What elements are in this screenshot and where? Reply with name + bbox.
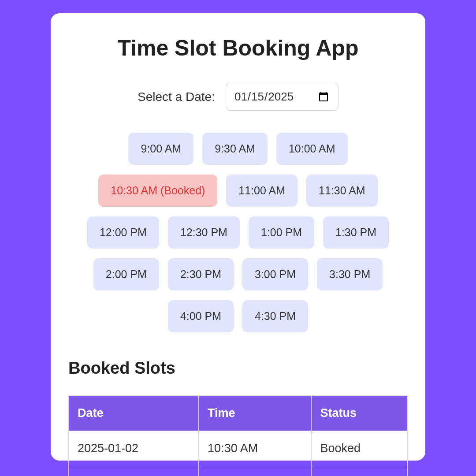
time-slot[interactable]: 12:30 PM: [168, 216, 240, 249]
col-status: Status: [311, 396, 407, 431]
page-title: Time Slot Booking App: [68, 35, 408, 61]
time-slot[interactable]: 2:30 PM: [168, 258, 234, 290]
time-slot[interactable]: 9:30 AM: [202, 133, 268, 165]
cell-date: 2025-01-02: [69, 431, 199, 466]
table-row: 2025-01-0210:30 AMBooked: [69, 431, 408, 466]
time-slot-grid: 9:00 AM9:30 AM10:00 AM10:30 AM (Booked)1…: [68, 133, 408, 332]
date-label: Select a Date:: [138, 90, 215, 104]
time-slot[interactable]: 9:00 AM: [128, 133, 193, 165]
time-slot[interactable]: 3:30 PM: [317, 258, 383, 290]
time-slot[interactable]: 2:00 PM: [93, 258, 159, 290]
time-slot[interactable]: 10:00 AM: [276, 133, 348, 165]
col-time: Time: [199, 396, 311, 431]
time-slot[interactable]: 1:30 PM: [323, 216, 389, 249]
time-slot[interactable]: 3:00 PM: [242, 258, 308, 290]
col-date: Date: [69, 396, 199, 431]
time-slot[interactable]: 4:30 PM: [242, 300, 308, 332]
time-slot[interactable]: 1:00 PM: [249, 216, 314, 249]
booked-table: Date Time Status 2025-01-0210:30 AMBooke…: [68, 395, 408, 476]
time-slot: 10:30 AM (Booked): [98, 175, 217, 207]
date-input[interactable]: [226, 83, 338, 111]
time-slot[interactable]: 4:00 PM: [168, 300, 234, 332]
table-row: 2025-01-1510:30 AMBooked: [69, 466, 408, 476]
cell-time: 10:30 AM: [199, 466, 311, 476]
cell-time: 10:30 AM: [199, 431, 311, 466]
date-picker-row: Select a Date:: [68, 83, 408, 111]
time-slot[interactable]: 11:00 AM: [226, 175, 298, 207]
booked-heading: Booked Slots: [68, 359, 408, 378]
time-slot[interactable]: 11:30 AM: [306, 175, 378, 207]
time-slot[interactable]: 12:00 PM: [87, 216, 159, 249]
cell-status: Booked: [311, 431, 407, 466]
booking-card: Time Slot Booking App Select a Date: 9:0…: [51, 13, 425, 461]
cell-date: 2025-01-15: [69, 466, 199, 476]
cell-status: Booked: [311, 466, 407, 476]
